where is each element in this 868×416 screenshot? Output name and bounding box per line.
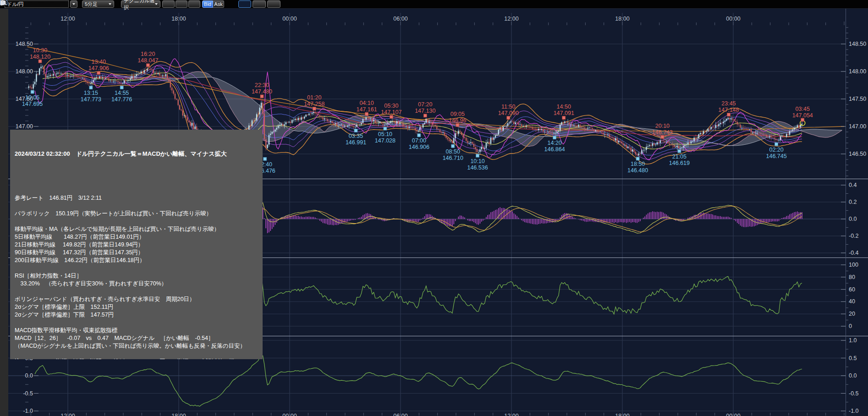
price-axis-label: 148.00 [16, 68, 33, 75]
tooltip-body: 参考レート 146.81円 3/12 2:11パラボリック 150.19円（実勢… [15, 179, 263, 359]
annotation-price-label: 146.991 [346, 139, 366, 146]
price-axis-label: 146.50 [849, 151, 866, 157]
chart-type-button[interactable] [188, 0, 200, 8]
annotation-price-label: 146.745 [766, 153, 787, 159]
low-marker [553, 136, 556, 139]
annotation-time-label: 16:20 [141, 51, 155, 57]
annotation-time-label: 07:00 [412, 137, 426, 144]
price-axis-label: -0.5 [849, 390, 859, 397]
price-axis-label: 20 [849, 311, 855, 317]
annotation-time-label: 07:20 [418, 101, 432, 108]
annotation-time-label: 05:10 [378, 131, 392, 137]
price-axis-label: 147.00 [849, 123, 866, 130]
annotation-price-label: 148.120 [30, 54, 50, 60]
annotation-price-label: 147.091 [554, 110, 574, 116]
low-marker [89, 86, 93, 89]
low-marker [31, 90, 34, 93]
price-axis-label: -0.2 [849, 233, 859, 239]
time-axis-label: 12:00 [60, 16, 75, 22]
price-axis-label: -1.0 [23, 408, 33, 414]
tooltip-line: RSI［相対力指数・14日］ [15, 272, 263, 280]
annotation-time-label: 03:45 [796, 106, 810, 112]
annotation-price-label: 147.054 [792, 112, 813, 119]
time-axis-label: 06:00 [393, 16, 407, 22]
info-button[interactable] [176, 0, 187, 8]
draw-tool-button[interactable] [162, 0, 175, 8]
vertical-zoom-in-button[interactable] [267, 0, 280, 8]
annotation-time-label: 05:30 [384, 103, 398, 109]
price-axis-label: 40 [849, 298, 855, 305]
timeframe-select[interactable]: 5分足 [82, 0, 114, 8]
annotation-time-label: 18:50 [631, 161, 645, 167]
price-axis-label: 0 [849, 323, 852, 329]
high-marker [507, 116, 510, 120]
bid-toggle[interactable]: Bid [202, 0, 213, 8]
annotation-time-label: 21:05 [672, 153, 687, 160]
price-axis-label: 1.0 [849, 337, 857, 344]
annotation-price-label: 147.480 [252, 88, 272, 95]
annotation-price-label: 147.776 [111, 96, 132, 103]
annotation-price-label: 146.743 [652, 129, 673, 136]
low-marker [384, 127, 387, 130]
high-marker [313, 107, 316, 110]
high-marker [562, 116, 566, 120]
annotation-time-label: 08:50 [446, 148, 460, 155]
annotation-time-label: 22:30 [255, 82, 269, 88]
low-marker [451, 144, 455, 148]
ask-toggle[interactable]: Ask [213, 0, 224, 8]
currency-pair-selector[interactable]: ドル/円 [5, 0, 69, 8]
pair-label: ドル/円 [7, 1, 24, 8]
time-axis-label: 00:00 [726, 16, 740, 22]
price-axis-label: 0.0 [849, 216, 857, 222]
price-axis-label: 148.00 [849, 68, 866, 75]
price-axis-label: 147.00 [16, 123, 33, 130]
technical-select-button[interactable]: テクニカル選択 [121, 0, 160, 8]
vertical-zoom-out-button[interactable] [253, 0, 266, 8]
price-axis-label: 0.5 [849, 355, 857, 361]
annotation-price-label: 147.161 [356, 106, 377, 113]
tooltip-line [15, 202, 263, 210]
annotation-time-label: 10:10 [470, 158, 484, 164]
tooltip-line [15, 179, 263, 186]
annotation-price-label: 146.96 [449, 117, 466, 124]
tooltip-line [15, 319, 263, 327]
high-marker [97, 71, 100, 75]
high-marker [661, 135, 664, 138]
chevron-down-icon [72, 3, 75, 5]
low-marker [120, 86, 123, 89]
low-marker [354, 129, 357, 132]
annotation-time-label: 20:10 [655, 123, 670, 129]
time-axis-label: 00:00 [282, 16, 297, 22]
high-marker [727, 113, 730, 116]
low-marker [636, 157, 639, 160]
annotation-price-label: 146.480 [627, 167, 648, 174]
low-marker [264, 157, 267, 160]
pair-dropdown-button[interactable] [70, 0, 77, 8]
high-marker [390, 115, 393, 119]
price-axis-label: 0.2 [849, 199, 857, 205]
price-axis-label: 0.4 [849, 182, 857, 188]
price-axis-label: 100 [849, 262, 858, 268]
tooltip-line [15, 218, 263, 225]
annotation-time-label: 01:20 [307, 94, 321, 101]
annotation-price-label: 147.258 [304, 101, 324, 107]
annotation-price-label: 146.710 [443, 155, 463, 161]
annotation-time-label: 02:20 [769, 147, 783, 153]
high-marker [801, 118, 804, 121]
tooltip-title: 2024/03/12 02:32:00 ドル円テクニカル一覧＝MACDかい離幅、… [15, 150, 263, 158]
fit-scale-button[interactable] [238, 0, 251, 8]
tooltip-line: MACD指数平滑移動平均・収束拡散指標 [15, 327, 263, 334]
tooltip-line: 注；テクニカル指標の解釈の説明は一般例のひとつで、同一の指標でも上記以外に様々 [15, 358, 263, 359]
high-marker [260, 95, 264, 98]
time-axis-label: 18:00 [171, 16, 186, 22]
annotation-time-label: 14:55 [115, 90, 129, 96]
tooltip-line: 2σシグマ［標準偏差］下限 147.57円 [15, 311, 263, 319]
price-axis-label: 80 [849, 274, 855, 280]
annotation-time-label: 23:45 [721, 100, 736, 107]
low-marker [418, 134, 421, 137]
price-axis-label: 147.50 [849, 96, 866, 102]
low-marker [775, 142, 778, 146]
annotation-price-label: 147.028 [375, 137, 396, 144]
annotation-time-label: 11:50 [501, 104, 515, 110]
technical-summary-panel: 2024/03/12 02:32:00 ドル円テクニカル一覧＝MACDかい離幅、… [10, 130, 263, 359]
